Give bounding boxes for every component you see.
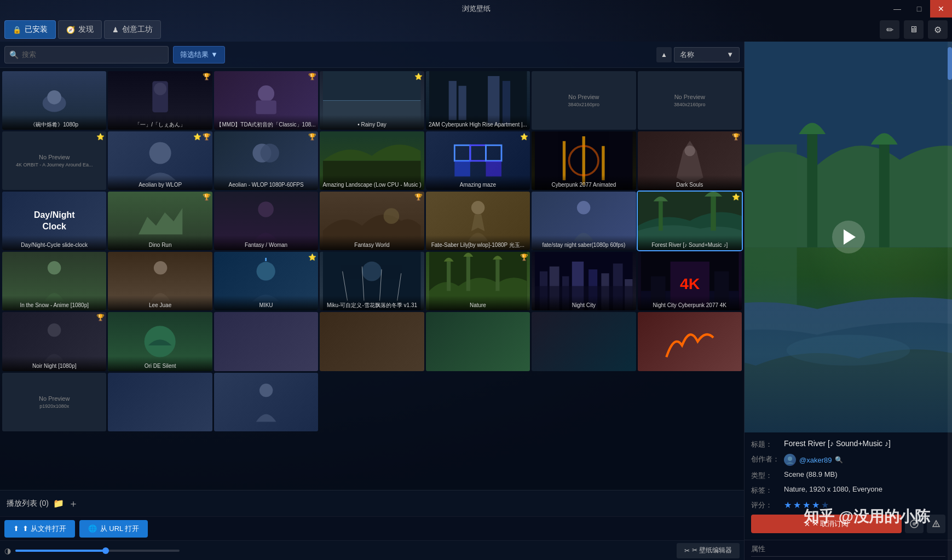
filter-label: 筛选结果 bbox=[180, 50, 209, 60]
wallpaper-item-forest-river[interactable]: ⭐ Forest River [♪ Sound+Music ♪] bbox=[638, 192, 742, 250]
wallpaper-item[interactable]: 🏆 【MMD】TDA式初音的「Classic」108... bbox=[214, 71, 318, 130]
maximize-button[interactable]: □ bbox=[908, 0, 930, 18]
wallpaper-label: Amazing maze bbox=[426, 175, 530, 190]
right-scrollbar[interactable] bbox=[948, 42, 952, 560]
brightness-track[interactable] bbox=[15, 550, 180, 552]
wallpaper-item-night-city[interactable]: Night City bbox=[532, 252, 636, 310]
wallpaper-item[interactable]: 🏆 Dark Souls bbox=[638, 131, 742, 190]
wallpaper-item[interactable]: 《碗中烁肴》1080p bbox=[2, 71, 106, 130]
tab-installed[interactable]: 🔒 已安装 bbox=[4, 20, 56, 39]
sort-asc-button[interactable]: ▲ bbox=[656, 47, 672, 62]
wallpaper-item[interactable]: Ori DE Silent bbox=[108, 312, 212, 371]
wallpaper-item[interactable] bbox=[426, 312, 530, 371]
watermark: 知乎 @没用的小陈 bbox=[804, 506, 930, 527]
wallpaper-item[interactable]: Fantasy / Woman bbox=[214, 192, 318, 250]
tab-workshop[interactable]: ♟ 创意工坊 bbox=[104, 20, 161, 39]
wallpaper-item[interactable]: 🏆 Fantasy World bbox=[320, 192, 424, 250]
wallpaper-label: Fate-Saber Lily[by wlop]-1080P 光玉... bbox=[426, 235, 530, 250]
trophy-badge: 🏆 bbox=[96, 314, 105, 321]
wallpaper-item[interactable]: 🏆 Noir Night [1080p] bbox=[2, 312, 106, 371]
brightness-thumb[interactable] bbox=[102, 547, 109, 554]
scrollbar-thumb[interactable] bbox=[948, 47, 952, 80]
globe-icon: 🌐 bbox=[88, 524, 97, 533]
brush-button[interactable]: ✏ bbox=[880, 20, 899, 39]
title-value: Forest River [♪ Sound+Music ♪] bbox=[784, 439, 945, 448]
main-area: 🔍 筛选结果 ▼ ▲ 名称 ▼ bbox=[0, 42, 952, 560]
wallpaper-item[interactable]: 2AM Cyberpunk High Rise Apartment |... bbox=[426, 71, 530, 130]
wallpaper-item[interactable]: 🏆 ⭐ Aeolian by WLOP bbox=[108, 131, 212, 190]
star-1[interactable]: ★ bbox=[784, 500, 792, 510]
wallpaper-label: Amazing Landscape (Low CPU - Music ) bbox=[320, 175, 424, 190]
monitor-button[interactable]: 🖥 bbox=[904, 20, 924, 39]
svg-point-38 bbox=[362, 262, 382, 281]
wallpaper-label: • Rainy Day bbox=[320, 115, 424, 130]
open-file-label: ⬆ 从文件打开 bbox=[22, 524, 66, 534]
playlist-folder-icon[interactable]: 📁 bbox=[53, 498, 64, 509]
wallpaper-label: In the Snow - Anime [1080p] bbox=[2, 296, 106, 310]
wallpaper-item[interactable]: No Preview 3840x2160pro bbox=[532, 71, 636, 130]
sort-select[interactable]: 名称 ▼ bbox=[674, 47, 740, 62]
tab-workshop-label: 创意工坊 bbox=[122, 25, 153, 34]
wallpaper-item[interactable] bbox=[532, 312, 636, 371]
svg-point-16 bbox=[261, 143, 279, 162]
wallpaper-item[interactable]: No Preview 4K ORBIT - A Journey Around E… bbox=[2, 131, 106, 190]
wallpaper-item[interactable] bbox=[320, 312, 424, 371]
wallpaper-item[interactable]: 🏆 「一」/「しぇあん」 bbox=[108, 71, 212, 130]
wallpaper-item[interactable]: ⭐ • Rainy Day bbox=[320, 71, 424, 130]
wallpaper-item-nature[interactable]: 🏆 Nature bbox=[426, 252, 530, 310]
star-2[interactable]: ★ bbox=[793, 500, 801, 510]
grid-area[interactable]: 《碗中烁肴》1080p 🏆 「一」/「しぇあん」 🏆 bbox=[0, 68, 744, 490]
wallpaper-item[interactable]: ⭐ MIKU bbox=[214, 252, 318, 310]
star-badge: ⭐ bbox=[414, 73, 423, 80]
creator-row: 创作者： @xaker89 🔍 bbox=[751, 454, 945, 466]
wallpaper-item[interactable] bbox=[214, 312, 318, 371]
svg-rect-32 bbox=[711, 197, 716, 230]
wallpaper-item[interactable]: 🏆 Aeolian - WLOP 1080P-60FPS bbox=[214, 131, 318, 190]
filter-icon: ▼ bbox=[211, 50, 218, 59]
wallpaper-item[interactable]: No Preview 3840x2160pro bbox=[638, 71, 742, 130]
title-bar: 浏览壁纸 — □ ✕ bbox=[0, 0, 952, 18]
wallpaper-item[interactable]: Day/NightClock Day/Night-Cycle slide-clo… bbox=[2, 192, 106, 250]
wallpaper-item[interactable]: Amazing Landscape (Low CPU - Music ) bbox=[320, 131, 424, 190]
wallpaper-item[interactable]: Fate-Saber Lily[by wlop]-1080P 光玉... bbox=[426, 192, 530, 250]
wallpaper-item[interactable]: Miku-可自定义-雪花飘落的冬季 v1.31 bbox=[320, 252, 424, 310]
wallpaper-item[interactable]: ⭐ Amazing maze bbox=[426, 131, 530, 190]
sort-controls: ▲ 名称 ▼ bbox=[656, 47, 740, 62]
svg-rect-31 bbox=[659, 201, 663, 231]
editor-button[interactable]: ✂ ✂ 壁纸编辑器 bbox=[677, 543, 740, 558]
minimize-button[interactable]: — bbox=[886, 0, 908, 18]
open-file-button[interactable]: ⬆ ⬆ 从文件打开 bbox=[4, 520, 75, 538]
lock-icon: 🔒 bbox=[13, 26, 21, 34]
settings-button[interactable]: ⚙ bbox=[928, 20, 948, 39]
wallpaper-item[interactable] bbox=[214, 373, 318, 431]
playlist-add-icon[interactable]: ＋ bbox=[68, 497, 78, 510]
wallpaper-item[interactable]: Cyberpunk 2077 Animated bbox=[532, 131, 636, 190]
close-button[interactable]: ✕ bbox=[930, 0, 952, 18]
brightness-bar: ◑ ✂ ✂ 壁纸编辑器 bbox=[0, 540, 744, 560]
wallpaper-label: Day/Night-Cycle slide-clock bbox=[2, 235, 106, 250]
wallpaper-item[interactable]: 4K Night City Cyberpunk 2077 4K bbox=[638, 252, 742, 310]
wallpaper-label: 2AM Cyberpunk High Rise Apartment |... bbox=[426, 115, 530, 130]
creator-name: @xaker89 bbox=[799, 456, 832, 464]
wallpaper-item[interactable]: fate/stay night saber(1080p 60fps) bbox=[532, 192, 636, 250]
play-button[interactable] bbox=[832, 221, 865, 253]
filter-button[interactable]: 筛选结果 ▼ bbox=[173, 46, 225, 63]
wallpaper-label: Fantasy World bbox=[320, 235, 424, 250]
wallpaper-item[interactable]: Lee Juae bbox=[108, 252, 212, 310]
wallpaper-label: 「一」/「しぇあん」 bbox=[108, 115, 212, 130]
search-creator-icon[interactable]: 🔍 bbox=[835, 456, 843, 464]
wallpaper-item[interactable] bbox=[108, 373, 212, 431]
wallpaper-item[interactable]: In the Snow - Anime [1080p] bbox=[2, 252, 106, 310]
open-url-button[interactable]: 🌐 从 URL 打开 bbox=[79, 520, 148, 538]
tab-discover[interactable]: 🧭 发现 bbox=[58, 20, 102, 39]
type-value: Scene (88.9 MB) bbox=[784, 470, 945, 478]
left-panel: 🔍 筛选结果 ▼ ▲ 名称 ▼ bbox=[0, 42, 744, 560]
wallpaper-item[interactable]: 🏆 Dino Run bbox=[108, 192, 212, 250]
wallpaper-item[interactable]: No Previewp1920x1080x bbox=[2, 373, 106, 431]
svg-point-29 bbox=[577, 201, 590, 214]
wallpaper-grid: 《碗中烁肴》1080p 🏆 「一」/「しぇあん」 🏆 bbox=[1, 70, 743, 432]
wallpaper-item[interactable] bbox=[638, 312, 742, 371]
editor-label: ✂ 壁纸编辑器 bbox=[692, 546, 732, 555]
wallpaper-label: Noir Night [1080p] bbox=[2, 356, 106, 371]
search-input[interactable] bbox=[22, 50, 164, 59]
